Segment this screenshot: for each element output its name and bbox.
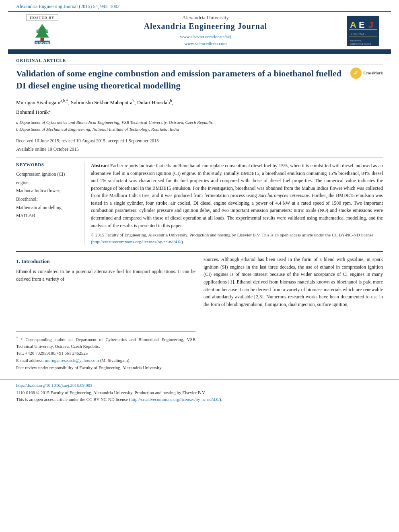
author2-name: , Subranshu Sekhar Mahapatra: [68, 100, 133, 106]
footer-section: http://dx.doi.org/10.1016/j.aej.2015.09.…: [0, 379, 399, 407]
footer-open-access-text: This is an open access article under the…: [16, 397, 130, 402]
journal-link1[interactable]: www.elsevier.com/locate/aej: [68, 33, 343, 40]
aej-logo-icon: A E J JOURNAL Alexandria Engineering Jou…: [347, 16, 379, 46]
footnote-email-label: E-mail address:: [16, 358, 44, 363]
footer-issn-line: 1110-0168 © 2015 Faculty of Engineering,…: [16, 389, 383, 396]
keyword-1: Compression ignition (CI) engine;: [16, 170, 78, 187]
footnote-section: * * Corresponding author at: Department …: [16, 331, 195, 372]
journal-link2[interactable]: www.sciencedirect.com: [68, 40, 343, 47]
body-two-col: 1. Introduction Ethanol is considered to…: [16, 256, 383, 371]
svg-point-5: [36, 29, 39, 33]
divider: [16, 158, 383, 158]
svg-point-7: [41, 25, 43, 27]
journal-header: HOSTED BY ELSEVIER Alexand: [8, 11, 391, 50]
section1-title: 1. Introduction: [16, 257, 195, 265]
abstract-cc-link[interactable]: http://creativecommons.org/licenses/by-n…: [93, 239, 182, 244]
affil-b-line: b Department of Mechanical Engineering, …: [16, 126, 383, 133]
affil-a-text: a Department of Cybernetics and Biomedic…: [16, 119, 213, 126]
footer-open-access-line: This is an open access article under the…: [16, 396, 383, 403]
article-title-text: Validation of some engine combustion and…: [16, 68, 341, 90]
author4: ,: [172, 100, 173, 106]
crossmark-badge[interactable]: ✓ CrossMark: [350, 68, 383, 79]
blue-header-bar: [8, 50, 391, 54]
journal-citation: Alexandria Engineering Journal (2015) 54…: [16, 4, 119, 9]
abstract-copyright: © 2015 Faculty of Engineering, Alexandri…: [91, 232, 383, 245]
svg-text:J: J: [368, 20, 373, 30]
footnote-email-name: (M. Sivalingam).: [100, 358, 130, 363]
footnote-email-link[interactable]: muruganresearch@yahoo.com: [45, 358, 99, 363]
top-citation-bar: Alexandria Engineering Journal (2015) 54…: [0, 0, 399, 11]
author5-name: Bohumil Horák: [16, 109, 49, 115]
footnote-star: * * Corresponding author at: Department …: [16, 335, 195, 350]
svg-point-6: [45, 29, 49, 33]
elsevier-tree-icon: ELSEVIER: [28, 23, 56, 47]
abstract-column: Abstract Earlier reports indicate that e…: [84, 162, 383, 245]
journal-links: www.elsevier.com/locate/aej www.scienced…: [68, 33, 343, 47]
footer-doi[interactable]: http://dx.doi.org/10.1016/j.aej.2015.09.…: [16, 382, 383, 389]
footer-cc-link[interactable]: http://creativecommons.org/licenses/by-n…: [130, 397, 220, 402]
abstract-body: Earlier reports indicate that ethanol/bi…: [91, 163, 383, 228]
hosted-by-label: HOSTED BY: [26, 14, 58, 21]
affiliations-block: a Department of Cybernetics and Biomedic…: [16, 119, 383, 133]
divider2: [16, 251, 383, 252]
crossmark-label: CrossMark: [363, 70, 383, 76]
intro-col1-p1: Ethanol is considered to be a potential …: [16, 268, 195, 283]
affil-a-line: a Department of Cybernetics and Biomedic…: [16, 119, 383, 126]
abstract-text-block: Abstract Earlier reports indicate that e…: [91, 162, 383, 229]
author5-sup: a: [49, 108, 50, 113]
keywords-title: KEYWORDS: [16, 162, 78, 167]
university-name: Alexandria University: [68, 14, 343, 21]
footnote-peer: Peer review under responsibility of Facu…: [16, 364, 195, 372]
body-col-left: 1. Introduction Ethanol is considered to…: [16, 256, 195, 371]
svg-text:Alexandria: Alexandria: [350, 39, 362, 42]
available-date: Available online 19 October 2015: [16, 146, 383, 154]
article-title-block: Validation of some engine combustion and…: [16, 68, 383, 91]
author3-name: , Dulari Hansdah: [134, 100, 170, 106]
svg-text:ELSEVIER: ELSEVIER: [35, 42, 49, 45]
journal-title-header: Alexandria Engineering Journal: [68, 22, 343, 31]
body-col-right: sources. Although ethanol has been used …: [204, 256, 383, 371]
footnote-email-line: E-mail address: muruganresearch@yahoo.co…: [16, 357, 195, 364]
intro-col2-p1: sources. Although ethanol has been used …: [204, 256, 383, 308]
svg-text:Engineering Journal: Engineering Journal: [350, 43, 371, 45]
keyword-3: Bioethanol;: [16, 195, 78, 203]
author1-sup: a,b,*: [60, 99, 68, 103]
svg-text:A: A: [350, 20, 356, 30]
journal-center: Alexandria University Alexandria Enginee…: [68, 14, 343, 47]
keyword-2: Madhuca Indica flower;: [16, 187, 78, 195]
footnote-tel: Tel.: +420 702959180/+91 661 2462525: [16, 350, 195, 357]
keywords-column: KEYWORDS Compression ignition (CI) engin…: [16, 162, 84, 245]
keyword-4: Mathematical modelling;: [16, 203, 78, 212]
elsevier-logo: ELSEVIER: [28, 23, 56, 47]
abstract-label: Abstract: [91, 163, 109, 168]
keyword-5: MATLAB: [16, 212, 78, 220]
hosted-by-section: HOSTED BY ELSEVIER: [16, 14, 68, 47]
svg-text:JOURNAL: JOURNAL: [351, 33, 367, 35]
svg-rect-4: [41, 38, 44, 41]
crossmark-icon: ✓: [350, 68, 362, 79]
article-content: ORIGINAL ARTICLE Validation of some engi…: [0, 54, 399, 379]
doi-link[interactable]: http://dx.doi.org/10.1016/j.aej.2015.09.…: [16, 383, 93, 388]
aej-logo-box: A E J JOURNAL Alexandria Engineering Jou…: [343, 16, 383, 46]
affil-b-text: b Department of Mechanical Engineering, …: [16, 126, 179, 133]
page: Alexandria Engineering Journal (2015) 54…: [0, 0, 399, 532]
footer-close-paren: ).: [220, 397, 222, 402]
keywords-abstract-row: KEYWORDS Compression ignition (CI) engin…: [16, 162, 383, 245]
keywords-list: Compression ignition (CI) engine; Madhuc…: [16, 170, 78, 220]
author1-name: Murugan Sivalingam: [16, 100, 60, 106]
article-type-label: ORIGINAL ARTICLE: [16, 58, 383, 64]
received-date: Received 10 June 2015; revised 19 August…: [16, 137, 383, 145]
svg-text:E: E: [359, 20, 365, 30]
authors-block: Murugan Sivalingama,b,*, Subranshu Sekha…: [16, 98, 383, 116]
